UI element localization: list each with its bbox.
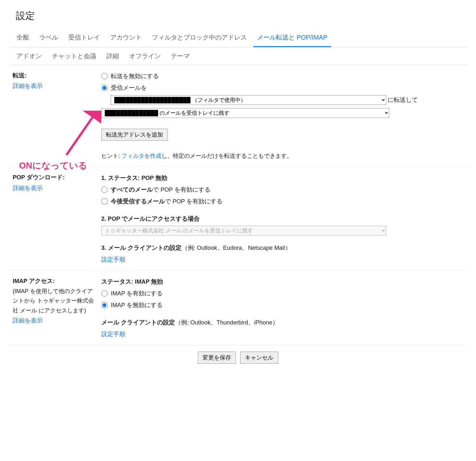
hint-suffix: し、特定のメールだけを転送することもできます。 bbox=[161, 153, 292, 159]
forwarding-address-select[interactable]: ████████████████████ （フィルタで使用中） bbox=[111, 95, 386, 105]
forwarding-enable-radio[interactable] bbox=[101, 85, 108, 91]
imap-status-prefix: ステータス: bbox=[101, 278, 135, 285]
section-imap: IMAP アクセス: (IMAP を使用して他のクライアントから トゥギャッター… bbox=[9, 271, 467, 345]
tab-themes[interactable]: テーマ bbox=[167, 47, 194, 65]
tab-offline[interactable]: オフライン bbox=[125, 47, 165, 65]
pop-status-prefix: 1. ステータス: bbox=[101, 175, 141, 181]
section-pop: POP ダウンロード: 詳細を表示 1. ステータス: POP 無効 すべてのメ… bbox=[9, 167, 467, 271]
pop-step2-title: 2. POP でメールにアクセスする場合 bbox=[101, 213, 463, 224]
imap-client-title: メール クライアントの設定 bbox=[101, 319, 175, 326]
cancel-button[interactable]: キャンセル bbox=[240, 352, 278, 364]
imap-disable-label: IMAP を無効にする bbox=[111, 299, 163, 311]
forwarding-disable-label: 転送を無効にする bbox=[111, 70, 159, 82]
settings-tabs-row2: アドオン チャットと会議 詳細 オフライン テーマ bbox=[9, 47, 467, 65]
pop-enable-all-label: すべてのメールで POP を有効にする bbox=[111, 184, 210, 195]
pop-enable-all-radio[interactable] bbox=[101, 187, 108, 193]
pop-access-select: トゥギャッター株式会社 メール のメールを受信トレイに残す bbox=[101, 226, 386, 236]
tab-forwarding-pop-imap[interactable]: メール転送と POP/IMAP bbox=[253, 29, 331, 47]
imap-config-instructions-link[interactable]: 設定手順 bbox=[101, 328, 463, 340]
tab-general[interactable]: 全般 bbox=[13, 29, 33, 47]
imap-learn-more-link[interactable]: 詳細を表示 bbox=[13, 315, 97, 326]
forwarding-title: 転送: bbox=[13, 70, 97, 81]
hint-prefix: ヒント: bbox=[101, 153, 122, 159]
forwarding-learn-more-link[interactable]: 詳細を表示 bbox=[13, 81, 97, 91]
settings-tabs-row1: 全般 ラベル 受信トレイ アカウント フィルタとブロック中のアドレス メール転送… bbox=[9, 29, 467, 47]
pop-enable-new-radio[interactable] bbox=[101, 198, 108, 205]
tab-advanced[interactable]: 詳細 bbox=[103, 47, 123, 65]
imap-title: IMAP アクセス: bbox=[13, 276, 97, 286]
imap-client-examples: （例: Outlook、Thunderbird、iPhone） bbox=[175, 319, 278, 326]
pop-enable-new-label: 今後受信するメールで POP を有効にする bbox=[111, 195, 222, 207]
pop-config-instructions-link[interactable]: 設定手順 bbox=[101, 254, 463, 265]
imap-enable-radio[interactable] bbox=[101, 290, 108, 297]
forwarding-enable-label: 受信メールを bbox=[111, 82, 147, 94]
tab-chat[interactable]: チャットと会議 bbox=[48, 47, 100, 65]
pop-step3-examples: （例: Outlook、Eudora、Netscape Mail） bbox=[182, 244, 291, 251]
tab-accounts[interactable]: アカウント bbox=[106, 29, 146, 47]
tab-filters[interactable]: フィルタとブロック中のアドレス bbox=[148, 29, 251, 47]
pop-learn-more-link[interactable]: 詳細を表示 bbox=[13, 183, 97, 193]
add-forwarding-address-button[interactable]: 転送先アドレスを追加 bbox=[101, 129, 168, 141]
forwarding-disable-radio[interactable] bbox=[101, 73, 108, 79]
create-filter-link[interactable]: フィルタを作成 bbox=[122, 153, 161, 159]
forwarding-to-text: に転送して bbox=[388, 96, 418, 103]
page-title: 設定 bbox=[9, 6, 467, 29]
action-buttons: 変更を保存 キャンセル bbox=[9, 345, 467, 370]
imap-enable-label: IMAP を有効にする bbox=[111, 287, 163, 299]
imap-description: (IMAP を使用して他のクライアントから トゥギャッター株式会社 メール にア… bbox=[13, 286, 97, 316]
pop-title: POP ダウンロード: bbox=[13, 172, 97, 182]
tab-addons[interactable]: アドオン bbox=[13, 47, 46, 65]
tab-inbox[interactable]: 受信トレイ bbox=[65, 29, 104, 47]
tab-labels[interactable]: ラベル bbox=[35, 29, 62, 47]
pop-status-value: POP 無効 bbox=[141, 175, 167, 181]
save-changes-button[interactable]: 変更を保存 bbox=[198, 352, 236, 364]
imap-disable-radio[interactable] bbox=[101, 302, 108, 308]
section-forwarding: 転送: 詳細を表示 転送を無効にする 受信メールを ██████████████… bbox=[9, 65, 467, 167]
pop-step3-title: 3. メール クライアントの設定 bbox=[101, 244, 182, 251]
imap-status-value: IMAP 無効 bbox=[135, 278, 163, 285]
forwarding-keep-select[interactable]: ██████████████ のメールを受信トレイに残す bbox=[101, 108, 389, 118]
